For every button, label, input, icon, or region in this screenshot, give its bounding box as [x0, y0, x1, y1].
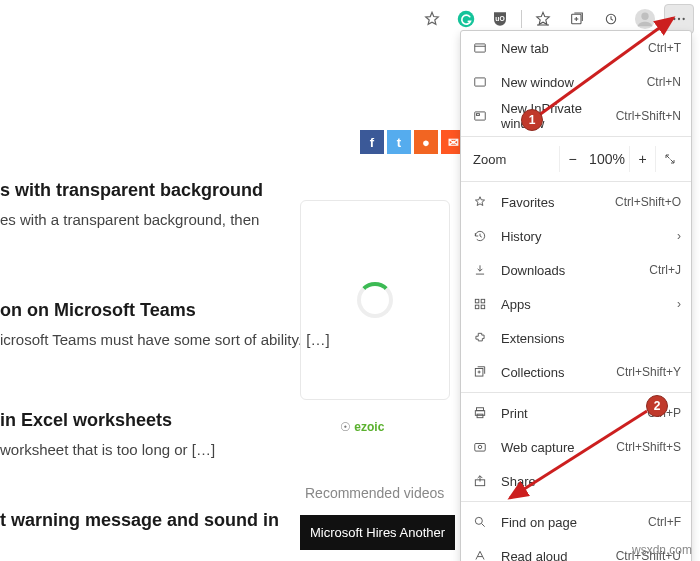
menu-divider — [461, 501, 691, 502]
menu-new-window-shortcut: Ctrl+N — [647, 75, 681, 89]
read-aloud-icon — [471, 549, 489, 561]
menu-find[interactable]: Find on page Ctrl+F — [461, 505, 691, 539]
browser-menu-dropdown: New tab Ctrl+T New window Ctrl+N New InP… — [460, 30, 692, 561]
article-heading-1[interactable]: s with transparent background — [0, 180, 263, 201]
twitter-icon[interactable]: t — [387, 130, 411, 154]
zoom-in-button[interactable]: + — [629, 146, 655, 172]
ezoic-label: ☉ ezoic — [340, 420, 384, 434]
svg-rect-12 — [475, 44, 486, 52]
menu-collections-label: Collections — [489, 365, 616, 380]
menu-web-capture[interactable]: Web capture Ctrl+Shift+S — [461, 430, 691, 464]
menu-zoom-label: Zoom — [469, 152, 559, 167]
menu-new-tab[interactable]: New tab Ctrl+T — [461, 31, 691, 65]
svg-point-11 — [683, 18, 685, 20]
svg-point-8 — [641, 13, 648, 20]
menu-inprivate-shortcut: Ctrl+Shift+N — [616, 109, 681, 123]
svg-rect-16 — [477, 114, 480, 116]
article-heading-3[interactable]: in Excel worksheets — [0, 410, 215, 431]
print-icon — [471, 406, 489, 420]
zoom-level: 100% — [585, 146, 629, 172]
svg-line-31 — [482, 524, 485, 527]
svg-text:uO: uO — [495, 15, 504, 22]
favorites-menu-icon — [471, 195, 489, 209]
svg-rect-19 — [475, 305, 479, 309]
toolbar-separator — [521, 10, 522, 28]
svg-rect-27 — [475, 444, 486, 452]
facebook-icon[interactable]: f — [360, 130, 384, 154]
menu-extensions[interactable]: Extensions — [461, 321, 691, 355]
apps-icon — [471, 297, 489, 311]
recommended-videos-label: Recommended videos — [305, 485, 444, 501]
article-text-1: es with a transparent background, then — [0, 209, 263, 230]
menu-web-capture-label: Web capture — [489, 440, 616, 455]
menu-read-aloud-label: Read aloud — [489, 549, 616, 562]
menu-inprivate[interactable]: New InPrivate window Ctrl+Shift+N — [461, 99, 691, 133]
menu-new-window-label: New window — [489, 75, 647, 90]
share-icon — [471, 474, 489, 488]
menu-history-label: History — [489, 229, 669, 244]
menu-downloads-shortcut: Ctrl+J — [649, 263, 681, 277]
annotation-badge-1: 1 — [521, 109, 543, 131]
article-heading-2[interactable]: on on Microsoft Teams — [0, 300, 330, 321]
downloads-icon — [471, 263, 489, 277]
history-icon — [471, 229, 489, 243]
chevron-right-icon: › — [669, 229, 681, 243]
svg-point-9 — [673, 18, 675, 20]
fullscreen-button[interactable] — [655, 146, 683, 172]
menu-find-shortcut: Ctrl+F — [648, 515, 681, 529]
svg-point-28 — [478, 445, 482, 449]
extensions-icon — [471, 331, 489, 345]
rss-icon[interactable]: ● — [414, 130, 438, 154]
find-icon — [471, 515, 489, 529]
menu-apps-label: Apps — [489, 297, 669, 312]
chevron-right-icon: › — [669, 297, 681, 311]
menu-divider — [461, 136, 691, 137]
svg-rect-17 — [475, 299, 479, 303]
menu-divider — [461, 392, 691, 393]
svg-point-30 — [475, 517, 482, 524]
menu-favorites[interactable]: Favorites Ctrl+Shift+O — [461, 185, 691, 219]
collections-icon — [471, 365, 489, 379]
menu-new-tab-shortcut: Ctrl+T — [648, 41, 681, 55]
menu-inprivate-label: New InPrivate window — [489, 101, 616, 131]
menu-new-tab-label: New tab — [489, 41, 648, 56]
menu-print-label: Print — [489, 406, 647, 421]
menu-share-label: Share — [489, 474, 681, 489]
menu-apps[interactable]: Apps › — [461, 287, 691, 321]
ad-widget — [300, 200, 450, 400]
svg-point-10 — [678, 18, 680, 20]
new-tab-icon — [471, 41, 489, 55]
loading-spinner-icon — [357, 282, 393, 318]
article-heading-4[interactable]: t warning message and sound in — [0, 510, 279, 531]
menu-zoom: Zoom − 100% + — [461, 140, 691, 178]
menu-downloads-label: Downloads — [489, 263, 649, 278]
menu-collections-shortcut: Ctrl+Shift+Y — [616, 365, 681, 379]
menu-divider — [461, 181, 691, 182]
bookmark-star-icon[interactable] — [417, 4, 447, 34]
svg-rect-26 — [477, 414, 483, 418]
inprivate-icon — [471, 109, 489, 123]
svg-rect-18 — [481, 299, 485, 303]
menu-new-window[interactable]: New window Ctrl+N — [461, 65, 691, 99]
menu-favorites-shortcut: Ctrl+Shift+O — [615, 195, 681, 209]
menu-share[interactable]: Share — [461, 464, 691, 498]
svg-rect-15 — [475, 112, 486, 120]
annotation-badge-2: 2 — [646, 395, 668, 417]
menu-extensions-label: Extensions — [489, 331, 681, 346]
menu-find-label: Find on page — [489, 515, 648, 530]
watermark: wsxdn.com — [632, 543, 692, 557]
new-window-icon — [471, 75, 489, 89]
web-capture-icon — [471, 440, 489, 454]
menu-web-capture-shortcut: Ctrl+Shift+S — [616, 440, 681, 454]
svg-rect-20 — [481, 305, 485, 309]
menu-history[interactable]: History › — [461, 219, 691, 253]
zoom-out-button[interactable]: − — [559, 146, 585, 172]
svg-rect-14 — [475, 78, 486, 86]
article-text-3: worksheet that is too long or […] — [0, 439, 215, 460]
menu-favorites-label: Favorites — [489, 195, 615, 210]
article-text-2: icrosoft Teams must have some sort of ab… — [0, 329, 330, 350]
video-caption[interactable]: Microsoft Hires Another — [300, 515, 455, 550]
menu-collections[interactable]: Collections Ctrl+Shift+Y — [461, 355, 691, 389]
menu-downloads[interactable]: Downloads Ctrl+J — [461, 253, 691, 287]
